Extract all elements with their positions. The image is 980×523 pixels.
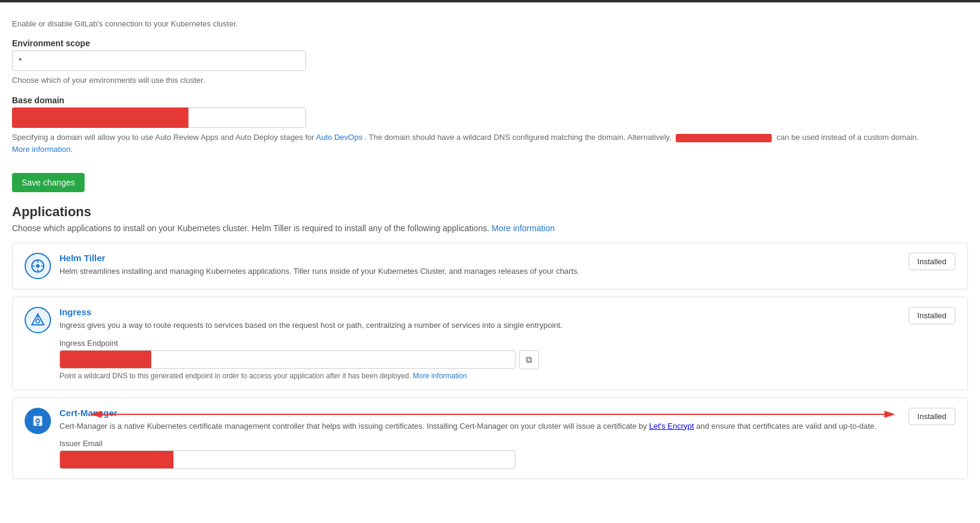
- helm-tiller-name: Helm Tiller: [59, 253, 955, 263]
- period: .: [71, 145, 73, 154]
- env-scope-input[interactable]: [12, 50, 306, 71]
- helm-tiller-card: Helm Tiller Helm streamlines installing …: [12, 243, 968, 289]
- cert-manager-issuer-section: Issuer Email: [59, 439, 955, 469]
- apps-desc-text: Choose which applications to install on …: [12, 223, 489, 233]
- issuer-email-input[interactable]: [59, 450, 516, 469]
- ingress-desc: Ingress gives you a way to route request…: [59, 319, 955, 331]
- ingress-endpoint-hint: Point a wildcard DNS to this generated e…: [59, 372, 955, 380]
- cert-manager-header: Cert-Manager Cert-Manager is a native Ku…: [25, 408, 955, 470]
- helm-tiller-header: Helm Tiller Helm streamlines installing …: [25, 253, 955, 279]
- helm-tiller-desc: Helm streamlines installing and managing…: [59, 265, 955, 277]
- applications-heading: Applications: [12, 204, 968, 220]
- intro-text: Enable or disable GitLab's connection to…: [12, 18, 968, 30]
- env-scope-label: Environment scope: [12, 38, 968, 48]
- svg-point-1: [36, 264, 40, 268]
- env-scope-section: Environment scope Choose which of your e…: [12, 38, 968, 86]
- cert-desc-after: and ensure that certificates are valid a…: [696, 422, 877, 431]
- base-domain-section: Base domain Specifying a domain will all…: [12, 95, 968, 155]
- cert-manager-card: Cert-Manager Cert-Manager is a native Ku…: [12, 398, 968, 480]
- ingress-endpoint-copy-button[interactable]: ⧉: [519, 350, 539, 369]
- auto-devops-link[interactable]: Auto DevOps: [316, 133, 362, 142]
- cert-manager-desc: Cert-Manager is a native Kubernetes cert…: [59, 420, 955, 432]
- ingress-endpoint-label: Ingress Endpoint: [59, 339, 955, 348]
- helm-tiller-status-button[interactable]: Installed: [909, 253, 955, 270]
- env-scope-hint: Choose which of your environments will u…: [12, 74, 968, 86]
- cert-desc-before: Cert-Manager is a native Kubernetes cert…: [59, 422, 649, 431]
- ingress-name: Ingress: [59, 307, 955, 317]
- ingress-status-button[interactable]: Installed: [909, 307, 955, 324]
- apps-more-info-link[interactable]: More information: [492, 223, 555, 233]
- lets-encrypt-link[interactable]: Let's Encrypt: [649, 422, 694, 431]
- applications-description: Choose which applications to install on …: [12, 223, 968, 233]
- cert-manager-icon: [25, 408, 51, 434]
- base-domain-label: Base domain: [12, 95, 968, 105]
- hint-middle: . The domain should have a wildcard DNS …: [365, 133, 672, 142]
- ingress-more-info-link[interactable]: More information: [413, 372, 467, 380]
- svg-point-7: [36, 319, 40, 323]
- ingress-endpoint-section: Ingress Endpoint ⧉ Point a wildcard DNS …: [59, 339, 955, 380]
- hint-after: can be used instead of a custom domain.: [777, 133, 919, 142]
- ingress-card: Ingress Ingress gives you a way to route…: [12, 297, 968, 390]
- svg-rect-13: [37, 423, 39, 425]
- base-domain-field: [12, 107, 306, 128]
- base-domain-hint: Specifying a domain will allow you to us…: [12, 132, 968, 155]
- cert-manager-body: Cert-Manager Cert-Manager is a native Ku…: [59, 408, 955, 470]
- ingress-endpoint-input[interactable]: [59, 350, 516, 369]
- ingress-icon: [25, 307, 51, 333]
- issuer-email-label: Issuer Email: [59, 439, 955, 448]
- cert-manager-status-button[interactable]: Installed: [909, 408, 955, 425]
- save-changes-button[interactable]: Save changes: [12, 173, 85, 192]
- ingress-header: Ingress Ingress gives you a way to route…: [25, 307, 955, 380]
- hint-before: Specifying a domain will allow you to us…: [12, 133, 316, 142]
- redacted-domain-text: [676, 134, 772, 142]
- ingress-endpoint-row: ⧉: [59, 350, 955, 369]
- more-info-link[interactable]: More information: [12, 145, 71, 154]
- ingress-body: Ingress Ingress gives you a way to route…: [59, 307, 955, 380]
- helm-tiller-body: Helm Tiller Helm streamlines installing …: [59, 253, 955, 277]
- ingress-hint-text: Point a wildcard DNS to this generated e…: [59, 372, 411, 380]
- base-domain-input[interactable]: [12, 107, 306, 128]
- cert-manager-name: Cert-Manager: [59, 408, 955, 418]
- applications-section: Applications Choose which applications t…: [12, 204, 968, 479]
- helm-icon: [25, 253, 51, 279]
